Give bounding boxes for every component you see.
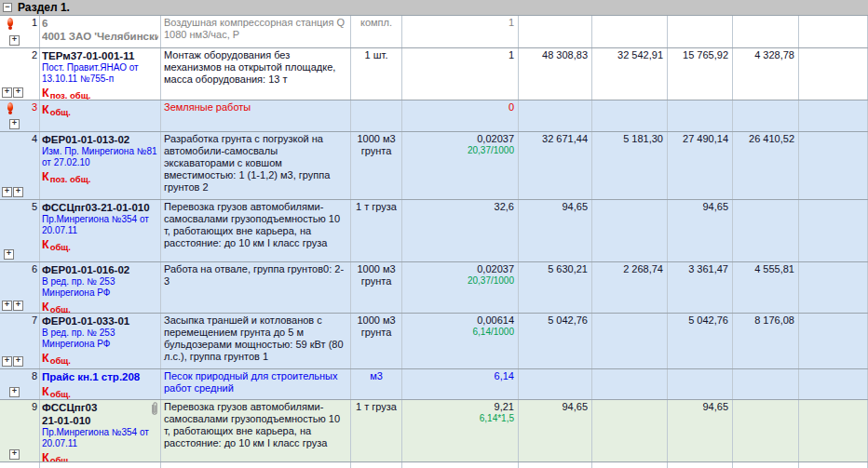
expand-icon[interactable]: + — [13, 356, 23, 367]
description-cell[interactable]: Разработка грунта с погрузкой на автомоб… — [161, 132, 351, 199]
cost-cell[interactable]: 5 042,76 — [668, 314, 733, 368]
expand-icon[interactable]: + — [4, 249, 14, 260]
quantity-cell[interactable]: 1 — [402, 16, 519, 47]
justification-cell[interactable]: Кобщ. — [40, 100, 161, 131]
paperclip-icon[interactable] — [150, 401, 159, 416]
cost-cell[interactable]: 94,65 — [668, 200, 733, 261]
cost-cell[interactable]: 32 542,91 — [592, 48, 668, 100]
unit-cell[interactable]: 1000 м3 грунта — [351, 132, 402, 199]
cost-cell[interactable] — [799, 262, 868, 313]
quantity-cell[interactable]: 0 — [402, 100, 519, 131]
cost-cell[interactable]: 27 490,14 — [668, 132, 733, 199]
unit-cell[interactable]: 1 т груза — [351, 200, 402, 261]
cost-cell[interactable]: 3 361,47 — [668, 262, 733, 313]
cost-cell[interactable]: 26 410,52 — [733, 132, 799, 199]
quantity-cell[interactable]: 6,14 — [402, 369, 519, 399]
unit-cell[interactable]: компл. — [351, 16, 402, 47]
description-cell[interactable]: Перевозка грузов автомобилями-самосвалам… — [161, 400, 351, 461]
expand-icon[interactable]: + — [13, 87, 23, 98]
unit-cell[interactable]: 1000 м3 грунта — [351, 314, 402, 368]
description-cell[interactable]: Земляные работы — [161, 100, 351, 131]
expand-icon[interactable]: + — [13, 301, 23, 311]
description-cell[interactable]: Перевозка грузов автомобилями-самосвалам… — [161, 200, 351, 261]
expand-icon[interactable]: + — [13, 187, 23, 197]
unit-cell[interactable]: м3 — [351, 369, 402, 399]
cost-cell[interactable] — [799, 369, 868, 399]
unit-cell[interactable]: 1000 м3 грунта — [351, 262, 402, 313]
cost-cell[interactable] — [668, 100, 733, 131]
estimate-row-5[interactable]: +5ФССЦпг03-21-01-010Пр.Минрегиона №354 о… — [0, 200, 868, 262]
cost-cell[interactable] — [668, 369, 733, 399]
description-cell[interactable]: Песок природный для строительных работ с… — [161, 369, 351, 399]
estimate-row-9[interactable]: +9ФССЦпг0321-01-010Пр.Минрегиона №354 от… — [0, 400, 868, 462]
cost-cell[interactable]: 32 671,44 — [519, 132, 592, 199]
estimate-row-2[interactable]: ++2ТЕРм37-01-001-11Пост. Правит.ЯНАО от … — [0, 48, 868, 100]
justification-cell[interactable]: Прайс кн.1 стр.208Кобщ. — [40, 369, 161, 399]
collapse-icon[interactable]: − — [3, 3, 12, 12]
unit-cell[interactable]: 1 т груза — [351, 400, 402, 461]
cost-cell[interactable] — [733, 100, 799, 131]
justification-cell[interactable]: ТЕРм37-01-001-11Пост. Правит.ЯНАО от 13.… — [40, 48, 161, 100]
cost-cell[interactable]: 94,65 — [668, 400, 733, 461]
quantity-cell[interactable]: 9,216,14*1,5 — [402, 400, 519, 461]
quantity-cell[interactable]: 0,0203720,37/1000 — [402, 132, 519, 199]
cost-cell[interactable] — [799, 200, 868, 261]
cost-cell[interactable] — [668, 16, 733, 47]
description-cell[interactable]: Монтаж оборудования без механизмов на от… — [161, 48, 351, 100]
justification-cell[interactable]: ФЕР01-01-033-01В ред. пр. № 253 Минрегио… — [40, 314, 161, 368]
cost-cell[interactable] — [799, 16, 868, 47]
cost-cell[interactable] — [733, 16, 799, 47]
cost-cell[interactable] — [733, 369, 799, 399]
cost-cell[interactable] — [799, 48, 868, 100]
cost-cell[interactable]: 94,65 — [519, 200, 592, 261]
quantity-cell[interactable]: 1 — [402, 48, 519, 100]
quantity-cell[interactable]: 0,006146,14/1000 — [402, 314, 519, 368]
cost-cell[interactable] — [592, 400, 668, 461]
expand-icon[interactable]: + — [2, 87, 12, 98]
cost-cell[interactable] — [592, 314, 668, 368]
justification-cell[interactable]: ФЕР01-01-013-02Изм. Пр. Минрегиона №81 о… — [40, 132, 161, 199]
expand-icon[interactable]: + — [2, 301, 12, 311]
estimate-row-3[interactable]: +3Кобщ.Земляные работы0 — [0, 100, 868, 132]
expand-icon[interactable]: + — [9, 449, 20, 460]
cost-cell[interactable]: 8 176,08 — [733, 314, 799, 368]
cost-cell[interactable] — [592, 100, 668, 131]
cost-cell[interactable] — [592, 369, 668, 399]
section-header[interactable]: − Раздел 1. — [0, 0, 868, 16]
description-cell[interactable]: Работа на отвале, группа грунтов0: 2-3 — [161, 262, 351, 313]
cost-cell[interactable] — [733, 200, 799, 261]
estimate-row-4[interactable]: ++4ФЕР01-01-013-02Изм. Пр. Минрегиона №8… — [0, 132, 868, 200]
estimate-row-7[interactable]: ++7ФЕР01-01-033-01В ред. пр. № 253 Минре… — [0, 314, 868, 369]
cost-cell[interactable]: 94,65 — [519, 400, 592, 461]
justification-cell[interactable]: ФССЦпг03-21-01-010Пр.Минрегиона №354 от … — [40, 200, 161, 261]
expand-icon[interactable]: + — [9, 35, 20, 46]
cost-cell[interactable]: 5 181,30 — [592, 132, 668, 199]
quantity-cell[interactable]: 0,0203720,37/1000 — [402, 262, 519, 313]
justification-cell[interactable]: 64001 ЗАО 'Челябински — [40, 16, 161, 47]
cost-cell[interactable]: 4 328,78 — [733, 48, 799, 100]
estimate-row-6[interactable]: ++6ФЕР01-01-016-02В ред. пр. № 253 Минре… — [0, 262, 868, 314]
cost-cell[interactable] — [799, 400, 868, 461]
estimate-row-8[interactable]: +8Прайс кн.1 стр.208Кобщ.Песок природный… — [0, 369, 868, 400]
justification-cell[interactable]: ФССЦпг0321-01-010Пр.Минрегиона №354 от 2… — [40, 400, 161, 461]
justification-cell[interactable]: ФЕР01-01-016-02В ред. пр. № 253 Минрегио… — [40, 262, 161, 313]
expand-icon[interactable]: + — [9, 387, 20, 397]
cost-cell[interactable]: 2 268,74 — [592, 262, 668, 313]
cost-cell[interactable]: 48 308,83 — [519, 48, 592, 100]
unit-cell[interactable]: 1 шт. — [351, 48, 402, 100]
description-cell[interactable]: Засыпка траншей и котлованов с перемещен… — [161, 314, 351, 368]
cost-cell[interactable] — [519, 100, 592, 131]
cost-cell[interactable] — [733, 400, 799, 461]
expand-icon[interactable]: + — [2, 187, 12, 197]
estimate-row-1[interactable]: +164001 ЗАО 'ЧелябинскиВоздушная компрес… — [0, 16, 868, 48]
cost-cell[interactable]: 5 630,21 — [519, 262, 592, 313]
cost-cell[interactable]: 15 765,92 — [668, 48, 733, 100]
cost-cell[interactable] — [799, 100, 868, 131]
cost-cell[interactable]: 4 555,81 — [733, 262, 799, 313]
quantity-cell[interactable]: 32,6 — [402, 200, 519, 261]
expand-icon[interactable]: + — [2, 356, 12, 367]
cost-cell[interactable] — [592, 200, 668, 261]
expand-icon[interactable]: + — [9, 119, 20, 129]
cost-cell[interactable] — [519, 369, 592, 399]
description-cell[interactable]: Воздушная компрессорная станция Q 1080 н… — [161, 16, 351, 47]
